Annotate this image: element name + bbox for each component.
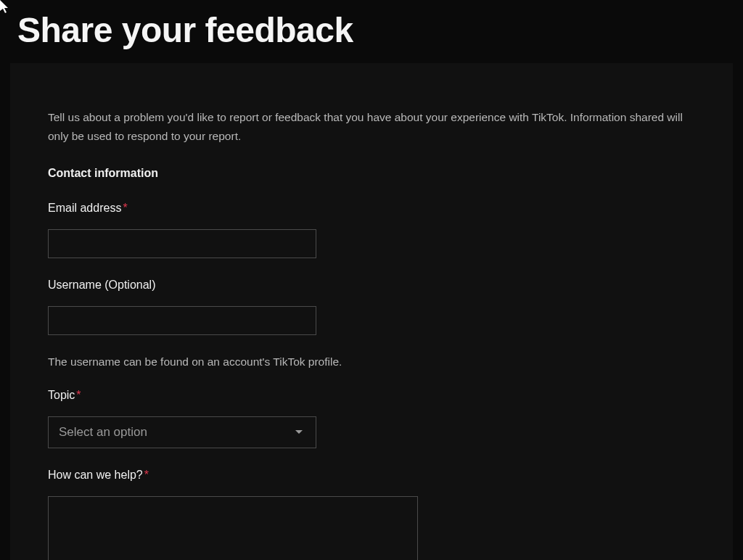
- topic-select-wrapper: Select an option: [48, 416, 316, 448]
- email-input[interactable]: [48, 229, 316, 258]
- username-helper-text: The username can be found on an account'…: [48, 355, 695, 368]
- contact-info-heading: Contact information: [48, 167, 695, 180]
- required-asterisk: *: [76, 389, 81, 401]
- message-textarea[interactable]: [48, 496, 418, 560]
- username-input[interactable]: [48, 306, 316, 335]
- feedback-form-card: Tell us about a problem you'd like to re…: [10, 63, 733, 560]
- username-label: Username (Optional): [48, 279, 695, 292]
- topic-label-text: Topic: [48, 389, 75, 401]
- message-field-group: How can we help?*: [48, 469, 695, 560]
- email-label-text: Email address: [48, 202, 121, 214]
- topic-select[interactable]: Select an option: [48, 416, 316, 448]
- required-asterisk: *: [144, 469, 149, 481]
- message-label: How can we help?*: [48, 469, 695, 482]
- intro-text: Tell us about a problem you'd like to re…: [48, 108, 695, 147]
- topic-field-group: Topic* Select an option: [48, 389, 695, 448]
- email-field-group: Email address*: [48, 202, 695, 258]
- topic-label: Topic*: [48, 389, 695, 402]
- username-field-group: Username (Optional): [48, 279, 695, 335]
- page-title: Share your feedback: [0, 0, 743, 63]
- message-label-text: How can we help?: [48, 469, 143, 481]
- email-label: Email address*: [48, 202, 695, 215]
- topic-select-placeholder: Select an option: [59, 425, 147, 440]
- required-asterisk: *: [123, 202, 127, 214]
